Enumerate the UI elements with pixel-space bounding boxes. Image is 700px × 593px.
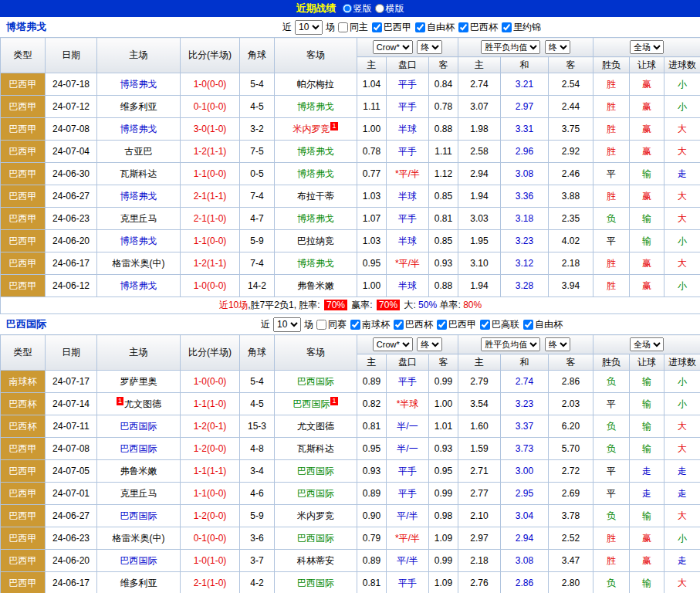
avg-select[interactable]: 胜平负均值 <box>481 337 540 351</box>
home-team[interactable]: 巴西国际 <box>97 438 181 460</box>
home-team[interactable]: 古亚巴 <box>97 141 181 163</box>
recent-count-select[interactable]: 10 <box>295 20 323 35</box>
checkbox-input[interactable] <box>394 320 404 330</box>
away-team[interactable]: 巴西国际 <box>275 460 357 483</box>
checkbox-input[interactable] <box>502 22 512 32</box>
checkbox-input[interactable] <box>480 320 490 330</box>
team-name[interactable]: 巴西国际 <box>6 317 134 331</box>
checkbox-input[interactable] <box>350 320 360 330</box>
home-team[interactable]: 巴西国际 <box>97 550 181 572</box>
away-team[interactable]: 巴西国际 <box>275 527 357 550</box>
filter-checkbox-同主[interactable]: 同主 <box>338 21 368 34</box>
home-team[interactable]: 巴西国际 <box>97 505 181 527</box>
checkbox-input[interactable] <box>523 320 533 330</box>
avg-away-odds: 3.47 <box>549 550 593 572</box>
corners: 4-8 <box>240 438 275 460</box>
recent-count-select[interactable]: 10 <box>273 317 301 332</box>
away-team[interactable]: 米内罗竞1 <box>275 118 357 141</box>
home-team[interactable]: 博塔弗戈 <box>97 275 181 297</box>
scope-select[interactable]: 全场 <box>630 337 664 351</box>
away-team[interactable]: 帕尔梅拉 <box>275 73 357 96</box>
odds-company-select[interactable]: Crow* <box>373 337 413 351</box>
avg-draw-odds: 2.74 <box>501 371 549 393</box>
filter-checkbox-里约锦[interactable]: 里约锦 <box>502 21 541 34</box>
away-team[interactable]: 弗鲁米嫩 <box>275 275 357 297</box>
away-team[interactable]: 布拉干蒂 <box>275 185 357 208</box>
filter-checkbox-自由杯[interactable]: 自由杯 <box>415 21 455 34</box>
home-team[interactable]: 格雷米奥(中) <box>97 252 181 275</box>
goals-total: 大 <box>664 141 700 163</box>
filter-checkbox-巴西杯[interactable]: 巴西杯 <box>394 318 433 331</box>
checkbox-input[interactable] <box>372 22 382 32</box>
away-team[interactable]: 博塔弗戈 <box>275 208 357 230</box>
home-team[interactable]: 克里丘马 <box>97 208 181 230</box>
home-team[interactable]: 博塔弗戈 <box>97 230 181 252</box>
handicap-result-text: 赢 <box>642 555 651 566</box>
team-name[interactable]: 博塔弗戈 <box>6 20 134 34</box>
checkbox-input[interactable] <box>437 320 447 330</box>
odds-home: 0.95 <box>357 438 387 460</box>
filter-checkbox-同赛[interactable]: 同赛 <box>316 318 347 331</box>
odds-away: 1.00 <box>429 393 458 415</box>
avg-select[interactable]: 胜平负均值 <box>481 40 540 54</box>
away-team[interactable]: 博塔弗戈 <box>275 141 357 163</box>
filter-checkbox-南球杯[interactable]: 南球杯 <box>350 318 390 331</box>
sub-col-odds-home: 主 <box>357 57 387 73</box>
scope-select[interactable]: 全场 <box>630 40 664 54</box>
away-team[interactable]: 博塔弗戈 <box>275 252 357 275</box>
home-team[interactable]: 博塔弗戈 <box>97 73 181 96</box>
home-team[interactable]: 瓦斯科达 <box>97 163 181 185</box>
home-team[interactable]: 克里丘马 <box>97 483 181 505</box>
away-team[interactable]: 巴拉纳竞 <box>275 230 357 252</box>
sub-col-avg-away: 客 <box>549 354 593 371</box>
home-team[interactable]: 格雷米奥(中) <box>97 527 181 550</box>
away-team[interactable]: 巴西国际 <box>275 371 357 393</box>
odds-final-select[interactable]: 终 <box>417 337 442 351</box>
filter-checkbox-自由杯[interactable]: 自由杯 <box>523 318 563 331</box>
avg-away-odds: 6.20 <box>549 415 593 438</box>
home-team[interactable]: 维多利亚 <box>97 572 181 593</box>
corners: 4-5 <box>240 96 275 118</box>
result-text: 平 <box>607 168 616 179</box>
match-row: 巴西甲24-07-12维多利亚0-1(0-0)4-5博塔弗戈1.11平手0.78… <box>1 96 700 118</box>
handicap: 半球 <box>387 118 429 141</box>
odds-company-select[interactable]: Crow* <box>373 40 413 54</box>
away-team[interactable]: 巴西国际 <box>275 572 357 593</box>
checkbox-input[interactable] <box>458 22 468 32</box>
away-team[interactable]: 巴西国际1 <box>275 393 357 415</box>
home-team[interactable]: 弗鲁米嫩 <box>97 460 181 483</box>
filter-checkbox-巴高联[interactable]: 巴高联 <box>480 318 519 331</box>
filter-checkbox-巴西杯[interactable]: 巴西杯 <box>458 21 498 34</box>
checkbox-input[interactable] <box>316 320 326 330</box>
away-team[interactable]: 博塔弗戈 <box>275 96 357 118</box>
match-row: 巴西杯24-07-141尤文图德1-1(1-0)4-5巴西国际10.82*半球1… <box>1 393 700 415</box>
home-team[interactable]: 巴西国际 <box>97 415 181 438</box>
home-team[interactable]: 博塔弗戈 <box>97 118 181 141</box>
layout-vertical-option[interactable]: 竖版 <box>343 2 372 15</box>
away-team[interactable]: 瓦斯科达 <box>275 438 357 460</box>
away-team[interactable]: 米内罗竞 <box>275 505 357 527</box>
home-team-text: 巴西国际 <box>120 510 157 521</box>
result-text: 负 <box>607 578 616 588</box>
vertical-radio[interactable] <box>343 4 352 13</box>
odds-final-select[interactable]: 终 <box>417 40 442 54</box>
away-team[interactable]: 巴西国际 <box>275 483 357 505</box>
filter-checkbox-巴西甲[interactable]: 巴西甲 <box>437 318 476 331</box>
filter-checkbox-巴西甲[interactable]: 巴西甲 <box>372 21 411 34</box>
layout-horizontal-option[interactable]: 横版 <box>375 2 404 15</box>
away-team[interactable]: 科林蒂安 <box>275 550 357 572</box>
checkbox-input[interactable] <box>338 22 348 32</box>
away-team[interactable]: 博塔弗戈 <box>275 163 357 185</box>
home-team[interactable]: 维多利亚 <box>97 96 181 118</box>
home-team[interactable]: 1尤文图德 <box>97 393 181 415</box>
corners: 4-7 <box>240 208 275 230</box>
away-team-text: 米内罗竞 <box>297 510 334 521</box>
home-team[interactable]: 罗萨里奥 <box>97 371 181 393</box>
checkbox-input[interactable] <box>415 22 425 32</box>
result-text: 胜 <box>607 124 616 134</box>
away-team[interactable]: 尤文图德 <box>275 415 357 438</box>
horizontal-radio[interactable] <box>375 4 384 13</box>
home-team[interactable]: 博塔弗戈 <box>97 185 181 208</box>
avg-final-select[interactable]: 终 <box>545 40 570 54</box>
avg-final-select[interactable]: 终 <box>545 337 570 351</box>
